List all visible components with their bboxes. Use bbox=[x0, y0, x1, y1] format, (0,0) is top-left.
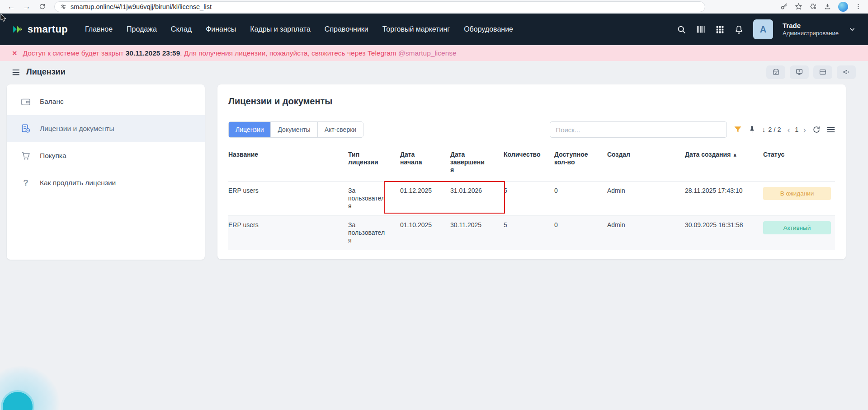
card-action-button[interactable] bbox=[813, 65, 832, 79]
sidebar-item-how-to-renew[interactable]: ? Как продлить лицензии bbox=[7, 169, 205, 196]
screen-share-icon bbox=[795, 68, 803, 76]
column-header-status[interactable]: Статус bbox=[763, 145, 835, 182]
page-header: Лицензии bbox=[0, 61, 868, 83]
sidebar-item-purchase[interactable]: Покупка bbox=[7, 142, 205, 169]
barcode-icon[interactable] bbox=[696, 25, 706, 34]
wallet-icon bbox=[20, 97, 31, 106]
cell-date-start: 01.10.2025 bbox=[400, 216, 450, 250]
cell-date-start: 01.12.2025 bbox=[400, 182, 450, 216]
filter-funnel-icon[interactable] bbox=[733, 125, 742, 134]
table-row[interactable]: ERP users За пользователя 01.12.2025 31.… bbox=[228, 182, 835, 216]
search-icon[interactable] bbox=[677, 25, 686, 34]
password-key-icon[interactable] bbox=[780, 3, 788, 10]
sidebar-item-balance[interactable]: Баланс bbox=[7, 88, 205, 115]
cell-quantity: 5 bbox=[504, 182, 554, 216]
screen-share-action-button[interactable] bbox=[790, 65, 809, 79]
licenses-table: Название Тип лицензии Дата начала Дата з… bbox=[228, 145, 835, 250]
cell-name: ERP users bbox=[228, 216, 348, 250]
card-icon bbox=[819, 68, 827, 76]
column-header-created-by[interactable]: Создал bbox=[607, 145, 685, 182]
browser-toolbar: ← → smartup.online/#/!1jw9u6vqjj/biruni/… bbox=[0, 0, 868, 14]
column-header-date-end[interactable]: Дата завершения bbox=[450, 145, 504, 182]
pin-icon[interactable] bbox=[749, 126, 755, 134]
megaphone-icon bbox=[842, 68, 850, 76]
nav-item-prodazha[interactable]: Продажа bbox=[127, 25, 157, 33]
smartup-logo[interactable]: smartup bbox=[12, 23, 68, 35]
nav-item-torgovyi-marketing[interactable]: Торговый маркетинг bbox=[382, 25, 450, 33]
refresh-icon[interactable] bbox=[812, 126, 821, 134]
cell-created-at: 28.11.2025 17:43:10 bbox=[685, 182, 763, 216]
cell-available: 0 bbox=[554, 216, 607, 250]
cell-created-at: 30.09.2025 16:31:58 bbox=[685, 216, 763, 250]
column-header-license-type[interactable]: Тип лицензии bbox=[348, 145, 400, 182]
rows-counter[interactable]: ↓ 2 / 2 bbox=[762, 126, 781, 134]
account-role: Администрирование bbox=[783, 30, 839, 37]
tab-reconciliation[interactable]: Акт-сверки bbox=[318, 122, 363, 137]
column-header-available[interactable]: Доступное кол-во bbox=[554, 145, 607, 182]
url-text: smartup.online/#/!1jw9u6vqjj/biruni/kl/l… bbox=[71, 3, 212, 10]
cell-date-end: 31.01.2026 bbox=[450, 182, 504, 216]
column-header-name[interactable]: Название bbox=[228, 145, 348, 182]
notifications-bell-icon[interactable] bbox=[734, 25, 744, 34]
address-bar[interactable]: smartup.online/#/!1jw9u6vqjj/biruni/kl/l… bbox=[54, 1, 705, 12]
sidebar-item-licenses-documents[interactable]: Лицензии и документы bbox=[7, 115, 205, 142]
sidebar-item-label: Покупка bbox=[40, 152, 66, 160]
user-avatar[interactable]: A bbox=[753, 19, 773, 39]
nav-item-finansy[interactable]: Финансы bbox=[206, 25, 236, 33]
browser-back-button[interactable]: ← bbox=[5, 0, 18, 14]
search-input[interactable] bbox=[550, 121, 727, 138]
column-header-created-at[interactable]: Дата создания∧ bbox=[685, 145, 763, 182]
chevron-down-icon[interactable] bbox=[848, 25, 856, 33]
cell-available: 0 bbox=[554, 182, 607, 216]
banner-text-prefix: Доступ к системе будет закрыт bbox=[23, 49, 126, 57]
announcement-action-button[interactable] bbox=[837, 65, 856, 79]
sidebar-toggle-hamburger-icon[interactable] bbox=[12, 69, 20, 76]
table-row[interactable]: ERP users За пользователя 01.10.2025 30.… bbox=[228, 216, 835, 250]
extensions-puzzle-icon[interactable] bbox=[809, 3, 817, 10]
banner-close-icon[interactable]: × bbox=[12, 49, 17, 57]
status-badge: Активный bbox=[763, 221, 831, 234]
cell-created-by: Admin bbox=[607, 182, 685, 216]
cell-license-type: За пользователя bbox=[348, 216, 400, 250]
browser-forward-button[interactable]: → bbox=[20, 0, 33, 14]
telegram-link[interactable]: @smartup_license bbox=[398, 49, 457, 57]
cell-license-type: За пользователя bbox=[348, 182, 400, 216]
browser-profile-avatar[interactable] bbox=[838, 2, 848, 12]
apps-grid-icon[interactable] bbox=[715, 25, 725, 34]
calendar-action-button[interactable] bbox=[766, 65, 785, 79]
account-info[interactable]: Trade Администрирование bbox=[783, 22, 839, 37]
browser-actions bbox=[780, 2, 863, 12]
cell-created-by: Admin bbox=[607, 216, 685, 250]
tab-documents[interactable]: Документы bbox=[271, 122, 317, 137]
page-header-actions bbox=[766, 65, 856, 79]
nav-item-oborudovanie[interactable]: Оборудование bbox=[464, 25, 513, 33]
smartup-logo-icon bbox=[12, 23, 24, 35]
nav-item-sklad[interactable]: Склад bbox=[171, 25, 192, 33]
licenses-panel: Лицензии и документы Лицензии Документы … bbox=[217, 84, 846, 259]
panel-toolbar: Лицензии Документы Акт-сверки ↓ 2 / 2 bbox=[228, 121, 835, 138]
nav-item-kadry[interactable]: Кадры и зарплата bbox=[250, 25, 311, 33]
browser-menu-kebab-icon[interactable] bbox=[855, 3, 862, 10]
cell-name: ERP users bbox=[228, 182, 348, 216]
column-header-quantity[interactable]: Количество bbox=[504, 145, 554, 182]
content-area: Баланс Лицензии и документы bbox=[0, 83, 868, 260]
sidebar-item-label: Лицензии и документы bbox=[40, 125, 114, 133]
nav-item-glavnoe[interactable]: Главное bbox=[85, 25, 113, 33]
table-menu-icon[interactable] bbox=[827, 126, 835, 133]
cell-status: Активный bbox=[763, 216, 835, 250]
nav-item-spravochniki[interactable]: Справочники bbox=[325, 25, 368, 33]
license-document-icon bbox=[20, 124, 31, 134]
next-page-button[interactable]: › bbox=[803, 125, 806, 134]
account-name: Trade bbox=[783, 22, 839, 30]
bookmark-star-icon[interactable] bbox=[795, 3, 802, 10]
download-icon[interactable] bbox=[824, 3, 831, 10]
pagination: ‹ 1 › bbox=[788, 125, 806, 134]
prev-page-button[interactable]: ‹ bbox=[788, 125, 791, 134]
site-controls-icon[interactable] bbox=[60, 4, 66, 10]
tab-licenses[interactable]: Лицензии bbox=[229, 122, 271, 137]
sort-arrow-icon: ↓ bbox=[762, 126, 765, 134]
browser-reload-button[interactable] bbox=[35, 3, 49, 10]
license-warning-banner: × Доступ к системе будет закрыт 30.11.20… bbox=[0, 45, 868, 61]
status-badge: В ожидании bbox=[763, 187, 831, 200]
column-header-date-start[interactable]: Дата начала bbox=[400, 145, 450, 182]
